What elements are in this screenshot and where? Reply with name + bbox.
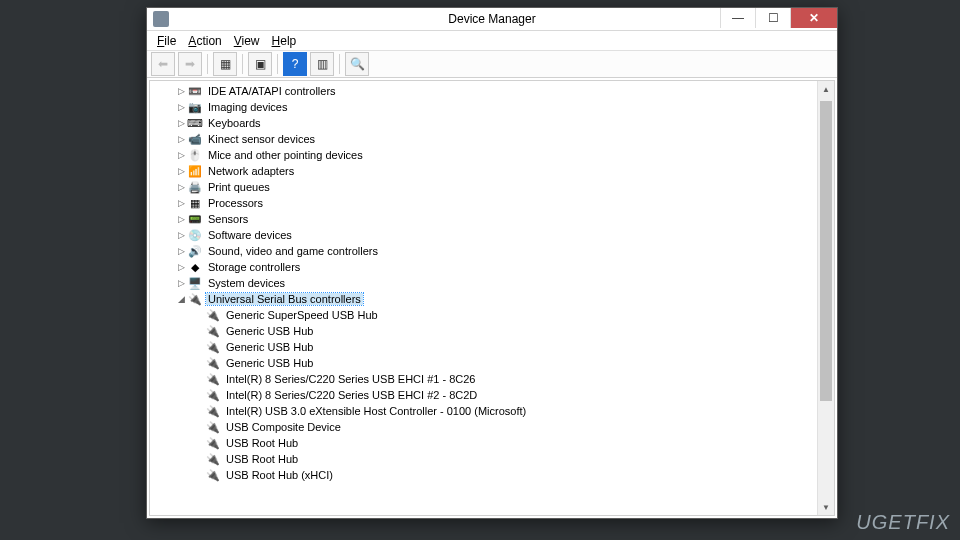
tree-item-usb-device-7[interactable]: 🔌USB Composite Device bbox=[150, 419, 818, 435]
device-icon: 🔌 bbox=[205, 452, 221, 466]
device-label: Intel(R) USB 3.0 eXtensible Host Control… bbox=[224, 405, 528, 417]
tree-item-network[interactable]: ▷📶Network adapters bbox=[150, 163, 818, 179]
toolbar-separator bbox=[207, 54, 208, 74]
maximize-button[interactable]: ☐ bbox=[755, 8, 790, 28]
tree-item-usb-device-4[interactable]: 🔌Intel(R) 8 Series/C220 Series USB EHCI … bbox=[150, 371, 818, 387]
device-label: Imaging devices bbox=[206, 101, 290, 113]
view-devices-button[interactable]: 🔍 bbox=[345, 52, 369, 76]
properties-button[interactable]: ▣ bbox=[248, 52, 272, 76]
expand-arrow-icon[interactable]: ◢ bbox=[176, 294, 187, 304]
device-label: Keyboards bbox=[206, 117, 263, 129]
minimize-button[interactable]: — bbox=[720, 8, 755, 28]
expand-arrow-icon[interactable]: ▷ bbox=[176, 198, 187, 208]
tree-item-system[interactable]: ▷🖥️System devices bbox=[150, 275, 818, 291]
scroll-thumb[interactable] bbox=[820, 101, 832, 401]
scroll-up-button[interactable]: ▲ bbox=[818, 81, 834, 97]
window-controls: — ☐ ✕ bbox=[720, 8, 837, 28]
device-label: System devices bbox=[206, 277, 287, 289]
tree-item-usb-device-8[interactable]: 🔌USB Root Hub bbox=[150, 435, 818, 451]
device-label: USB Root Hub (xHCI) bbox=[224, 469, 335, 481]
device-icon: 📼 bbox=[187, 84, 203, 98]
device-icon: 🔌 bbox=[205, 340, 221, 354]
device-label: Generic SuperSpeed USB Hub bbox=[224, 309, 380, 321]
tree-item-software[interactable]: ▷💿Software devices bbox=[150, 227, 818, 243]
tree-item-print[interactable]: ▷🖨️Print queues bbox=[150, 179, 818, 195]
tree-item-usb-device-10[interactable]: 🔌USB Root Hub (xHCI) bbox=[150, 467, 818, 483]
expand-arrow-icon[interactable]: ▷ bbox=[176, 278, 187, 288]
tree-item-storage[interactable]: ▷◆Storage controllers bbox=[150, 259, 818, 275]
menu-view[interactable]: View bbox=[228, 33, 266, 49]
device-label: Universal Serial Bus controllers bbox=[206, 293, 363, 305]
forward-button[interactable]: ➡ bbox=[178, 52, 202, 76]
menu-help[interactable]: Help bbox=[266, 33, 303, 49]
tree-item-keyboards[interactable]: ▷⌨Keyboards bbox=[150, 115, 818, 131]
scroll-down-button[interactable]: ▼ bbox=[818, 499, 834, 515]
menu-action[interactable]: Action bbox=[182, 33, 227, 49]
device-icon: 🔌 bbox=[205, 372, 221, 386]
device-label: USB Root Hub bbox=[224, 437, 300, 449]
expand-arrow-icon[interactable]: ▷ bbox=[176, 134, 187, 144]
tree-item-imaging[interactable]: ▷📷Imaging devices bbox=[150, 99, 818, 115]
tree-item-mice[interactable]: ▷🖱️Mice and other pointing devices bbox=[150, 147, 818, 163]
device-icon: 🔌 bbox=[187, 292, 203, 306]
device-label: Sound, video and game controllers bbox=[206, 245, 380, 257]
device-icon: 📶 bbox=[187, 164, 203, 178]
show-hidden-button[interactable]: ▦ bbox=[213, 52, 237, 76]
device-label: Processors bbox=[206, 197, 265, 209]
tree-item-kinect[interactable]: ▷📹Kinect sensor devices bbox=[150, 131, 818, 147]
expand-arrow-icon[interactable]: ▷ bbox=[176, 262, 187, 272]
expand-arrow-icon[interactable]: ▷ bbox=[176, 102, 187, 112]
close-button[interactable]: ✕ bbox=[790, 8, 837, 28]
back-button[interactable]: ⬅ bbox=[151, 52, 175, 76]
device-icon: 🔌 bbox=[205, 468, 221, 482]
expand-arrow-icon[interactable]: ▷ bbox=[176, 150, 187, 160]
device-icon: 🔌 bbox=[205, 420, 221, 434]
device-label: IDE ATA/ATAPI controllers bbox=[206, 85, 338, 97]
device-label: Software devices bbox=[206, 229, 294, 241]
tree-item-usb-device-0[interactable]: 🔌Generic SuperSpeed USB Hub bbox=[150, 307, 818, 323]
watermark: UGETFIX bbox=[856, 511, 950, 534]
tree-item-processors[interactable]: ▷▦Processors bbox=[150, 195, 818, 211]
device-icon: 🔌 bbox=[205, 404, 221, 418]
expand-arrow-icon[interactable]: ▷ bbox=[176, 86, 187, 96]
scan-button[interactable]: ▥ bbox=[310, 52, 334, 76]
expand-arrow-icon[interactable]: ▷ bbox=[176, 182, 187, 192]
device-label: Mice and other pointing devices bbox=[206, 149, 365, 161]
device-label: Kinect sensor devices bbox=[206, 133, 317, 145]
tree-item-usb-device-3[interactable]: 🔌Generic USB Hub bbox=[150, 355, 818, 371]
device-icon: 🔌 bbox=[205, 388, 221, 402]
menubar: File Action View Help bbox=[147, 31, 837, 51]
device-tree-pane: ▷📼IDE ATA/ATAPI controllers▷📷Imaging dev… bbox=[149, 80, 835, 516]
expand-arrow-icon[interactable]: ▷ bbox=[176, 246, 187, 256]
help-button[interactable]: ? bbox=[283, 52, 307, 76]
device-manager-window: Device Manager — ☐ ✕ File Action View He… bbox=[146, 7, 838, 519]
vertical-scrollbar[interactable]: ▲ ▼ bbox=[817, 81, 834, 515]
tree-item-usb-device-2[interactable]: 🔌Generic USB Hub bbox=[150, 339, 818, 355]
expand-arrow-icon[interactable]: ▷ bbox=[176, 166, 187, 176]
toolbar-separator bbox=[277, 54, 278, 74]
tree-item-usb-device-1[interactable]: 🔌Generic USB Hub bbox=[150, 323, 818, 339]
device-label: Sensors bbox=[206, 213, 250, 225]
tree-item-sensors[interactable]: ▷📟Sensors bbox=[150, 211, 818, 227]
device-tree[interactable]: ▷📼IDE ATA/ATAPI controllers▷📷Imaging dev… bbox=[150, 81, 818, 515]
device-label: Intel(R) 8 Series/C220 Series USB EHCI #… bbox=[224, 373, 477, 385]
tree-item-usb-device-6[interactable]: 🔌Intel(R) USB 3.0 eXtensible Host Contro… bbox=[150, 403, 818, 419]
device-icon: 🔌 bbox=[205, 436, 221, 450]
device-label: Generic USB Hub bbox=[224, 357, 315, 369]
device-icon: 📷 bbox=[187, 100, 203, 114]
tree-item-usb-controllers[interactable]: ◢🔌Universal Serial Bus controllers bbox=[150, 291, 818, 307]
menu-file[interactable]: File bbox=[151, 33, 182, 49]
device-icon: 💿 bbox=[187, 228, 203, 242]
expand-arrow-icon[interactable]: ▷ bbox=[176, 230, 187, 240]
expand-arrow-icon[interactable]: ▷ bbox=[176, 214, 187, 224]
device-icon: ⌨ bbox=[187, 116, 203, 130]
toolbar-separator bbox=[242, 54, 243, 74]
tree-item-sound[interactable]: ▷🔊Sound, video and game controllers bbox=[150, 243, 818, 259]
expand-arrow-icon[interactable]: ▷ bbox=[176, 118, 187, 128]
tree-item-ide-atapi[interactable]: ▷📼IDE ATA/ATAPI controllers bbox=[150, 83, 818, 99]
tree-item-usb-device-9[interactable]: 🔌USB Root Hub bbox=[150, 451, 818, 467]
tree-item-usb-device-5[interactable]: 🔌Intel(R) 8 Series/C220 Series USB EHCI … bbox=[150, 387, 818, 403]
device-label: USB Root Hub bbox=[224, 453, 300, 465]
device-icon: 📟 bbox=[187, 212, 203, 226]
titlebar[interactable]: Device Manager — ☐ ✕ bbox=[147, 8, 837, 31]
